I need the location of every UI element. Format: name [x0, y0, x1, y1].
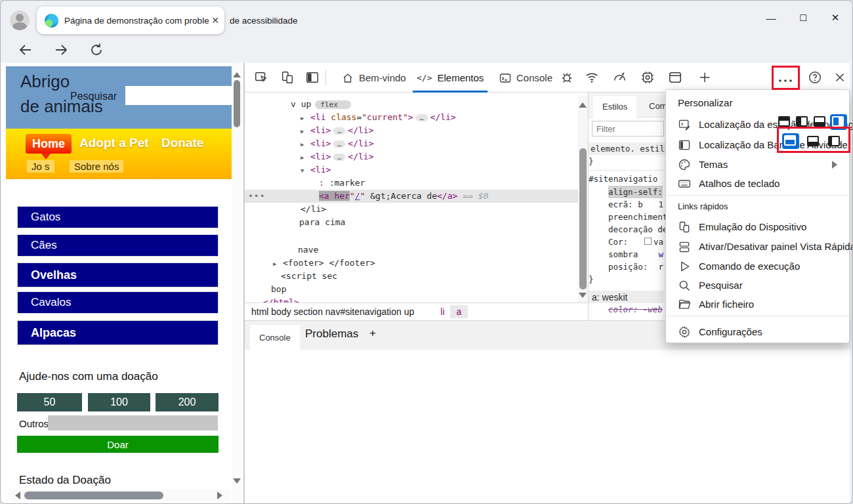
devtools-close-icon[interactable]: [833, 70, 847, 85]
maximize-button[interactable]: ☐: [798, 12, 808, 23]
menu-item-settings[interactable]: Configurações: [666, 322, 849, 341]
menu-item-quick-view[interactable]: Ativar/Desativar painel Vista Rápida: [666, 237, 849, 256]
nav-jobs-link[interactable]: Jo s: [27, 160, 54, 173]
menu-item-search[interactable]: Pesquisar: [666, 276, 849, 295]
layout-panel-icon[interactable]: [668, 70, 682, 85]
code-row[interactable]: ▶<li>…</li>: [245, 150, 588, 163]
inspect-element-icon[interactable]: [254, 70, 268, 85]
amount-200-button[interactable]: 200: [156, 393, 218, 411]
tab-styles[interactable]: Estilos: [593, 96, 636, 117]
donate-button[interactable]: Doar: [17, 436, 218, 453]
menu-item-device-emulation[interactable]: Emulação do Dispositivo: [666, 217, 849, 236]
scroll-right-icon[interactable]: [217, 492, 226, 499]
scroll-left-icon[interactable]: [11, 492, 20, 499]
styles-filter-input[interactable]: [592, 121, 664, 136]
more-tabs-plus-icon[interactable]: [697, 70, 712, 85]
code-row[interactable]: decoração de texto: [589, 223, 666, 236]
nav-adopt-link[interactable]: Adopt a Pet: [79, 136, 149, 150]
breadcrumb-a[interactable]: a: [450, 305, 468, 318]
tab-console[interactable]: Console: [499, 63, 552, 93]
code-row[interactable]: align-self:: [589, 186, 666, 198]
quick-view-panel-icon: [678, 240, 691, 253]
nav-about-link[interactable]: Sobre nós: [70, 160, 123, 173]
code-row[interactable]: ▶<footer> </footer>: [245, 257, 588, 270]
page-horizontal-scrollbar[interactable]: [9, 490, 229, 501]
code-row[interactable]: sombraw: [589, 248, 666, 261]
search-icon: [678, 279, 691, 292]
code-row[interactable]: a: weskit: [589, 291, 666, 303]
category-button-dogs[interactable]: Cães: [17, 234, 218, 257]
code-row[interactable]: </li>: [245, 203, 588, 216]
code-row[interactable]: </html>: [245, 296, 588, 303]
page-vertical-scrollbar[interactable]: [232, 63, 242, 504]
home-icon: [342, 72, 354, 84]
nav-donate-link[interactable]: Donate: [161, 136, 203, 150]
category-button-alpacas[interactable]: Alpacas: [17, 320, 218, 345]
code-row[interactable]: [245, 229, 588, 243]
code-row[interactable]: ▶<li class="current">…</li>: [245, 111, 588, 124]
elements-scrollbar[interactable]: [578, 96, 588, 303]
scroll-up-icon[interactable]: [579, 98, 587, 108]
code-row[interactable]: ▼<li>: [245, 163, 588, 177]
code-row[interactable]: nave: [245, 243, 588, 257]
amount-50-button[interactable]: 50: [17, 393, 82, 411]
profile-avatar[interactable]: [10, 10, 30, 30]
tab-close-icon[interactable]: ✕: [211, 15, 219, 26]
code-row[interactable]: ecrã: b1: [589, 198, 666, 211]
browser-tab[interactable]: Página de demonstração com problema ✕: [37, 7, 224, 34]
code-row[interactable]: •••<a her"/" &gt;Acerca de</a> == $0: [245, 190, 588, 203]
vscroll-thumb[interactable]: [234, 80, 240, 127]
drawer-tab-console[interactable]: Console: [250, 325, 300, 350]
site-search-input[interactable]: [125, 86, 232, 105]
breadcrumb-path[interactable]: html body section nav#sitenavigation up: [251, 306, 414, 317]
code-row[interactable]: [589, 285, 666, 291]
code-row[interactable]: elemento. estilo: [589, 142, 666, 155]
help-icon[interactable]: [808, 70, 822, 85]
code-row[interactable]: }: [589, 273, 666, 285]
code-row[interactable]: bop: [245, 283, 588, 296]
breadcrumb-li[interactable]: li: [440, 306, 444, 317]
menu-item-themes[interactable]: Temas: [666, 155, 849, 174]
other-amount-input[interactable]: [48, 415, 218, 430]
elements-scroll-thumb[interactable]: [579, 148, 587, 289]
code-row[interactable]: ▶<li>…</li>: [245, 137, 588, 150]
device-toolbar-icon[interactable]: [280, 70, 295, 85]
close-button[interactable]: ✕: [830, 12, 841, 23]
network-wifi-icon[interactable]: [585, 70, 599, 85]
issues-bug-icon[interactable]: [560, 70, 574, 85]
code-row[interactable]: color: -web: [589, 303, 666, 316]
category-button-sheep[interactable]: Ovelhas: [17, 262, 218, 287]
code-row[interactable]: Cor:va: [589, 236, 666, 248]
forward-icon[interactable]: [53, 42, 69, 58]
code-row[interactable]: #sitenavigatio: [589, 170, 666, 186]
performance-gauge-icon[interactable]: [612, 70, 627, 85]
refresh-icon[interactable]: [89, 42, 104, 58]
back-icon[interactable]: [18, 42, 33, 58]
code-row[interactable]: preenchimento:: [589, 211, 666, 223]
scroll-up-icon[interactable]: [233, 68, 241, 77]
memory-chip-icon[interactable]: [640, 70, 655, 85]
code-row[interactable]: ▶<li>…</li>: [245, 124, 588, 137]
category-button-horses[interactable]: Cavalos: [17, 291, 218, 314]
code-row[interactable]: para cima: [245, 216, 588, 229]
minimize-button[interactable]: —: [766, 12, 776, 23]
scroll-down-icon[interactable]: [233, 478, 241, 488]
code-row[interactable]: : :marker: [245, 177, 588, 190]
tab-elements[interactable]: </> Elementos: [417, 63, 484, 93]
code-row[interactable]: }: [589, 155, 666, 167]
code-row[interactable]: <script sec: [245, 270, 588, 283]
drawer-add-icon[interactable]: +: [369, 327, 376, 340]
menu-item-run-command[interactable]: Comando de execução: [666, 257, 849, 276]
drawer-tab-problems[interactable]: Problemas: [305, 327, 358, 341]
nav-home-link[interactable]: Home: [26, 134, 72, 154]
hscroll-thumb[interactable]: [24, 492, 163, 499]
tab-welcome[interactable]: Bem-vindo: [342, 63, 406, 93]
code-row[interactable]: posição:r: [589, 261, 666, 273]
menu-item-keyboard-shortcuts[interactable]: Atalhos de teclado: [666, 174, 849, 193]
dock-side-icon[interactable]: [305, 70, 320, 85]
scroll-down-icon[interactable]: [579, 293, 587, 302]
category-button-cats[interactable]: Gatos: [17, 206, 218, 228]
menu-item-open-file[interactable]: Abrir ficheiro: [666, 295, 849, 314]
amount-100-button[interactable]: 100: [88, 393, 150, 411]
code-row[interactable]: v upflex: [245, 98, 588, 111]
